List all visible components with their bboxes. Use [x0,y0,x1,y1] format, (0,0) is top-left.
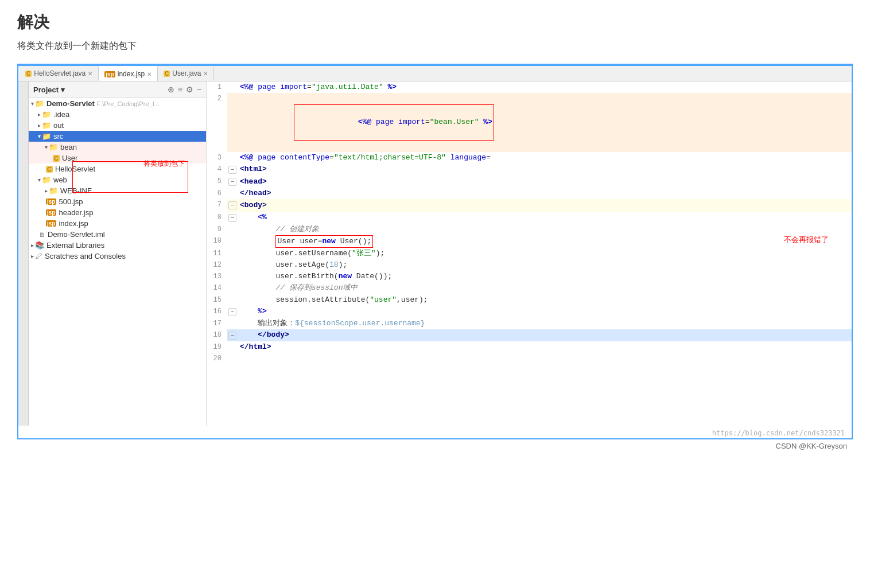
fold-btn-8[interactable]: − [228,214,236,222]
ext-lib-icon: 📚 [35,241,44,250]
line-num-8: 8 [207,212,227,224]
tree-item-helloservlet[interactable]: C HelloServlet [29,163,206,174]
fold-btn-5[interactable]: − [228,178,236,186]
tree-item-indexjsp[interactable]: jsp index.jsp [29,218,206,229]
code-line-18: 18 − </body> [207,329,852,341]
user-label: User [62,154,77,162]
folder-icon-webinf: 📁 [49,186,58,195]
code-line-8: 8 − <% [207,212,852,224]
line-code-17: 输出对象：${sessionScope.user.username} [238,318,852,329]
chevron-scratches [31,253,34,259]
line-code-4: <html> [238,163,852,176]
line-num-3: 3 [207,152,227,163]
line-code-16: %> [238,306,852,318]
folder-icon-root: 📁 [35,99,44,108]
chevron-root [31,100,34,107]
project-sidebar: Project ▾ ⊕ ≡ ⚙ − 📁 Demo-Servlet F:\Pre_… [29,81,207,426]
ide-container: C HelloServlet.java ✕ jsp index.jsp ✕ C … [17,64,853,439]
left-side-panel [18,81,29,426]
tab-label-index: index.jsp [118,70,145,78]
editor-area[interactable]: 1 <%@ page import="java.util.Date" %> 2 … [207,81,852,426]
folder-icon-web: 📁 [42,176,51,184]
folder-icon-src: 📁 [42,132,51,141]
tree-item-iml[interactable]: 🗎 Demo-Servlet.iml [29,229,206,240]
chevron-bean [45,144,48,150]
chevron-extlib [31,242,34,248]
tab-close-helloservlet[interactable]: ✕ [88,71,92,77]
code-line-13: 13 user.setBirth(new Date()); [207,271,852,282]
tree-item-src[interactable]: 📁 src [29,131,206,142]
jsp-icon-header: jsp [46,209,56,216]
tab-close-index[interactable]: ✕ [147,71,152,77]
sidebar-header: Project ▾ ⊕ ≡ ⚙ − [29,81,206,98]
tab-index-jsp[interactable]: jsp index.jsp ✕ [99,66,158,81]
close-icon[interactable]: − [197,85,201,94]
line-num-16: 16 [207,306,227,318]
folder-icon-out: 📁 [42,121,51,130]
editor-tabs-bar: C HelloServlet.java ✕ jsp index.jsp ✕ C … [18,66,852,81]
tab-user-java[interactable]: C User.java ✕ [158,67,214,80]
fold-btn-18[interactable]: − [228,332,236,340]
line-fold-4: − [227,163,238,176]
tree-item-bean[interactable]: 📁 bean [29,142,206,153]
sidebar-title: Project ▾ [33,85,163,94]
tab-helloservlet[interactable]: C HelloServlet.java ✕ [20,67,99,80]
line-fold-14 [227,282,238,294]
chevron-src [38,133,41,139]
line-code-1: <%@ page import="java.util.Date" %> [238,81,852,93]
code-line-14: 14 // 保存到session域中 [207,282,852,294]
iml-label: Demo-Servlet.iml [48,230,105,239]
tree-item-web[interactable]: 📁 web [29,174,206,185]
line-fold-8: − [227,212,238,224]
code-line-7: 7 − <body> [207,199,852,211]
tab-close-user[interactable]: ✕ [203,71,208,77]
fold-btn-4[interactable]: − [228,166,236,174]
line-code-13: user.setBirth(new Date()); [238,271,852,282]
line-fold-12 [227,259,238,271]
project-tree: 📁 Demo-Servlet F:\Pre_Coding\Pre_I... 📁 … [29,98,206,262]
settings-icon[interactable]: ⚙ [186,85,193,94]
jsp-icon-500: jsp [46,198,56,205]
line-num-11: 11 [207,248,227,259]
line-code-20 [238,353,852,364]
line-num-6: 6 [207,188,227,199]
tree-item-scratches[interactable]: 🖊 Scratches and Consoles [29,251,206,262]
tree-item-user[interactable]: C User [29,153,206,163]
code-line-16: 16 − %> [207,306,852,318]
line-fold-3 [227,152,238,163]
tree-item-500jsp[interactable]: jsp 500.jsp [29,196,206,207]
line-fold-15 [227,294,238,306]
line-fold-20 [227,353,238,364]
fold-btn-16[interactable]: − [228,308,236,316]
line-num-19: 19 [207,341,227,353]
tree-item-webinf[interactable]: 📁 WEB-INF [29,185,206,196]
collapse-icon[interactable]: ≡ [178,85,182,94]
tree-item-extlib[interactable]: 📚 External Libraries [29,240,206,251]
line-num-2: 2 [207,93,227,152]
line-code-3: <%@ page contentType="text/html;charset=… [238,152,852,163]
line-code-10: User user=new User(); [238,235,852,248]
watermark: https://blog.csdn.net/cnds323321 [18,426,852,438]
500jsp-label: 500.jsp [59,197,83,206]
scratches-label: Scratches and Consoles [45,252,126,260]
extlib-label: External Libraries [46,241,104,250]
tree-item-headerjsp[interactable]: jsp header.jsp [29,207,206,218]
line-code-9: // 创建对象 [238,224,852,235]
line-fold-9 [227,224,238,235]
line-fold-16: − [227,306,238,318]
code-line-4: 4 − <html> [207,163,852,176]
locate-icon[interactable]: ⊕ [168,85,174,94]
root-label: Demo-Servlet F:\Pre_Coding\Pre_I... [46,99,160,108]
tree-root[interactable]: 📁 Demo-Servlet F:\Pre_Coding\Pre_I... [29,98,206,109]
line-num-1: 1 [207,81,227,93]
line-num-20: 20 [207,353,227,364]
jsp-icon-index: jsp [46,220,56,227]
java-c-icon-helloservlet: C [46,166,53,173]
src-label: src [53,132,63,141]
helloservlet-label: HelloServlet [55,165,95,173]
line-code-7: <body> [238,199,852,211]
tree-item-out[interactable]: 📁 out [29,120,206,131]
code-line-10: 10 User user=new User(); [207,235,852,248]
fold-btn-7[interactable]: − [228,201,236,209]
tree-item-idea[interactable]: 📁 .idea [29,109,206,120]
